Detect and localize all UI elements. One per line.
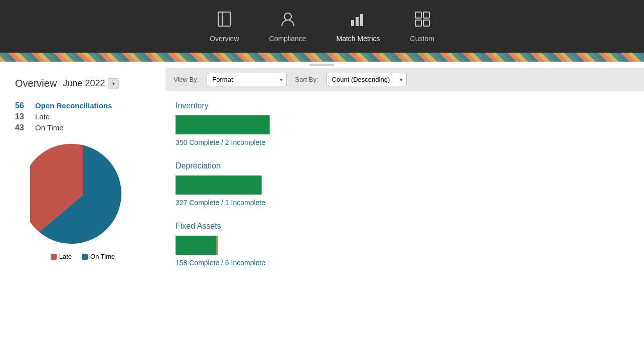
page-title: Overview: [15, 78, 57, 89]
progress-complete: [176, 115, 269, 134]
decorative-strip: [0, 53, 644, 62]
legend-late: Late: [51, 253, 72, 260]
right-panel: View By: Format Type Category Sort By: C…: [166, 68, 644, 349]
resize-bar: [309, 64, 335, 66]
match-metrics-label: Match Metrics: [336, 35, 380, 43]
progress-bar-container: [176, 176, 634, 195]
recon-name: Fixed Assets: [176, 222, 634, 231]
late-label: Late: [35, 112, 50, 121]
pie-chart: [30, 142, 135, 248]
on-time-label: On Time: [35, 123, 64, 132]
recon-name: Inventory: [176, 101, 634, 110]
late-row: 13 Late: [15, 112, 150, 121]
reconciliation-list: Inventory 350 Complete / 2 Incomplete De…: [166, 91, 644, 292]
custom-label: Custom: [410, 35, 434, 43]
svg-rect-6: [415, 12, 421, 18]
progress-incomplete: [261, 176, 262, 195]
filter-bar: View By: Format Type Category Sort By: C…: [166, 68, 644, 91]
progress-bar-container: [176, 115, 634, 134]
view-by-label: View By:: [174, 76, 199, 83]
reconciliation-item: Depreciation 327 Complete / 1 Incomplete: [176, 161, 634, 207]
reconciliation-item: Fixed Assets 158 Complete / 6 Incomplete: [176, 222, 634, 267]
nav-overview[interactable]: Overview: [210, 10, 239, 43]
on-time-row: 43 On Time: [15, 123, 150, 132]
late-count: 13: [15, 112, 30, 121]
overview-label: Overview: [210, 35, 239, 43]
recon-name: Depreciation: [176, 161, 634, 170]
date-selector: June 2022 ▾: [63, 78, 119, 89]
reconciliation-item: Inventory 350 Complete / 2 Incomplete: [176, 101, 634, 146]
open-reconciliations-row: 56 Open Reconciliations: [15, 101, 150, 110]
svg-rect-3: [351, 20, 354, 26]
legend-on-time: On Time: [82, 253, 115, 260]
progress-incomplete: [269, 115, 270, 134]
nav-custom[interactable]: Custom: [410, 10, 434, 43]
svg-point-2: [284, 13, 291, 20]
sort-by-select[interactable]: Count (Descending) Count (Ascending) Nam…: [327, 73, 407, 86]
overview-icon: [215, 10, 233, 31]
progress-bar-track: [176, 176, 262, 195]
compliance-label: Compliance: [269, 35, 306, 43]
resize-handle[interactable]: [0, 62, 644, 68]
open-count: 56: [15, 101, 30, 110]
match-metrics-icon: [349, 10, 367, 31]
sort-by-select-wrapper: Count (Descending) Count (Ascending) Nam…: [327, 73, 407, 86]
progress-incomplete: [216, 236, 218, 255]
svg-rect-0: [218, 12, 230, 26]
compliance-icon: [279, 10, 297, 31]
svg-rect-8: [415, 20, 421, 26]
stats-section: 56 Open Reconciliations 13 Late 43 On Ti…: [15, 101, 150, 132]
svg-rect-7: [423, 12, 429, 18]
progress-bar-track: [176, 236, 218, 255]
nav-compliance[interactable]: Compliance: [269, 10, 306, 43]
legend-on-time-label: On Time: [90, 253, 115, 260]
svg-rect-5: [360, 14, 363, 26]
progress-bar-track: [176, 115, 270, 134]
view-by-select[interactable]: Format Type Category: [207, 73, 287, 86]
legend-late-label: Late: [59, 253, 72, 260]
progress-bar-container: [176, 236, 634, 255]
date-dropdown-arrow[interactable]: ▾: [108, 78, 119, 89]
page-header: Overview June 2022 ▾: [15, 78, 150, 89]
open-label: Open Reconciliations: [35, 101, 112, 110]
main-area: Refresh Overview June 2022 ▾ 56 Open Rec…: [0, 68, 644, 349]
on-time-dot: [82, 254, 88, 260]
pie-chart-container: Late On Time: [15, 142, 150, 260]
on-time-count: 43: [15, 123, 30, 132]
selected-date: June 2022: [63, 78, 105, 89]
left-panel: Overview June 2022 ▾ 56 Open Reconciliat…: [0, 68, 166, 349]
progress-complete: [176, 236, 216, 255]
view-by-select-wrapper: Format Type Category: [207, 73, 287, 86]
chart-legend: Late On Time: [51, 253, 115, 260]
top-navigation: Overview Compliance Match Metrics: [0, 0, 644, 53]
recon-stats: 350 Complete / 2 Incomplete: [176, 138, 634, 146]
nav-match-metrics[interactable]: Match Metrics: [336, 10, 380, 43]
recon-stats: 327 Complete / 1 Incomplete: [176, 199, 634, 207]
sort-by-label: Sort By:: [295, 76, 318, 83]
recon-stats: 158 Complete / 6 Incomplete: [176, 259, 634, 267]
svg-rect-4: [356, 17, 359, 26]
custom-icon: [413, 10, 431, 31]
svg-rect-9: [423, 20, 429, 26]
progress-complete: [176, 176, 261, 195]
late-dot: [51, 254, 57, 260]
